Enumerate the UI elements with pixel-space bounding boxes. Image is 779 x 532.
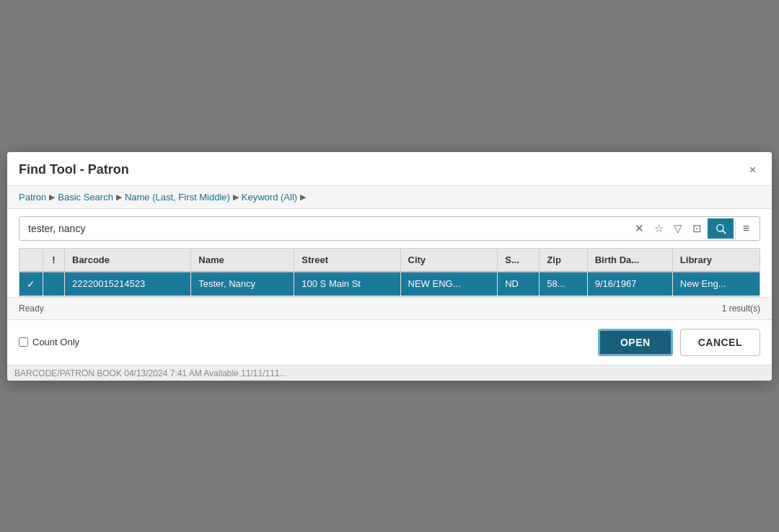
star-button[interactable]: ☆ [650,219,668,238]
col-barcode[interactable]: Barcode [65,249,191,272]
footer-left: Count Only [19,337,79,347]
table-row[interactable]: ✓ 22220015214523 Tester, Nancy 100 S Mai… [19,272,760,296]
row-city: NEW ENG... [400,272,498,296]
row-barcode: 22220015214523 [65,272,191,296]
close-button[interactable]: × [745,162,760,178]
breadcrumb-keyword[interactable]: Keyword (All) [242,192,297,203]
row-name: Tester, Nancy [191,272,294,296]
col-city[interactable]: City [400,249,498,272]
breadcrumb: Patron ▶ Basic Search ▶ Name (Last, Firs… [7,186,772,209]
find-tool-modal: Find Tool - Patron × Patron ▶ Basic Sear… [7,152,772,381]
breadcrumb-sep-4: ▶ [300,192,306,202]
search-go-button[interactable] [708,218,734,239]
breadcrumb-name[interactable]: Name (Last, First Middle) [125,192,230,203]
row-library: New Eng... [672,272,760,296]
search-actions: ✕ ☆ ▽ ⊡ ≡ [628,218,760,239]
row-birthdate: 9/16/1967 [587,272,672,296]
search-bar: ✕ ☆ ▽ ⊡ ≡ [19,216,760,241]
clear-button[interactable]: ✕ [630,219,648,238]
bag-button[interactable]: ⊡ [688,219,706,238]
results-table: ! Barcode Name Street City S... Zip Birt… [19,249,760,296]
col-check [19,249,43,272]
row-check: ✓ [19,272,43,296]
count-only-label[interactable]: Count Only [19,337,79,347]
cancel-button[interactable]: CANCEL [680,329,760,356]
modal-titlebar: Find Tool - Patron × [7,152,772,186]
breadcrumb-sep-2: ▶ [116,192,122,202]
breadcrumb-sep-3: ▶ [233,192,239,202]
col-zip[interactable]: Zip [540,249,587,272]
row-flag [43,272,65,296]
open-button[interactable]: OPEN [598,329,673,356]
search-input[interactable] [19,217,628,240]
col-state[interactable]: S... [498,249,540,272]
status-results: 1 result(s) [722,303,760,314]
svg-line-1 [723,231,726,234]
modal-footer: Count Only OPEN CANCEL [7,319,772,365]
search-icon [715,223,726,234]
col-library[interactable]: Library [672,249,760,272]
count-only-text: Count Only [32,337,79,347]
row-state: ND [498,272,540,296]
breadcrumb-sep-1: ▶ [49,192,55,202]
partial-bottom-row: BARCODE/PATRON BOOK 04/13/2024 7:41 AM A… [7,365,772,381]
col-street[interactable]: Street [294,249,400,272]
col-name[interactable]: Name [191,249,294,272]
menu-button[interactable]: ≡ [735,218,757,239]
breadcrumb-patron[interactable]: Patron [19,192,46,203]
modal-title: Find Tool - Patron [19,162,129,177]
status-bar: Ready 1 result(s) [7,297,772,319]
modal-overlay: Find Tool - Patron × Patron ▶ Basic Sear… [0,0,779,532]
row-street: 100 S Main St [294,272,400,296]
filter-button[interactable]: ▽ [669,219,687,238]
footer-right: OPEN CANCEL [598,329,760,356]
row-zip: 58... [540,272,587,296]
table-header-row: ! Barcode Name Street City S... Zip Birt… [19,249,760,272]
status-ready: Ready [19,303,44,314]
breadcrumb-basic-search[interactable]: Basic Search [58,192,113,203]
col-flag: ! [43,249,65,272]
results-table-wrapper: ! Barcode Name Street City S... Zip Birt… [19,248,760,297]
count-only-checkbox[interactable] [19,337,28,347]
col-birthdate[interactable]: Birth Da... [587,249,672,272]
